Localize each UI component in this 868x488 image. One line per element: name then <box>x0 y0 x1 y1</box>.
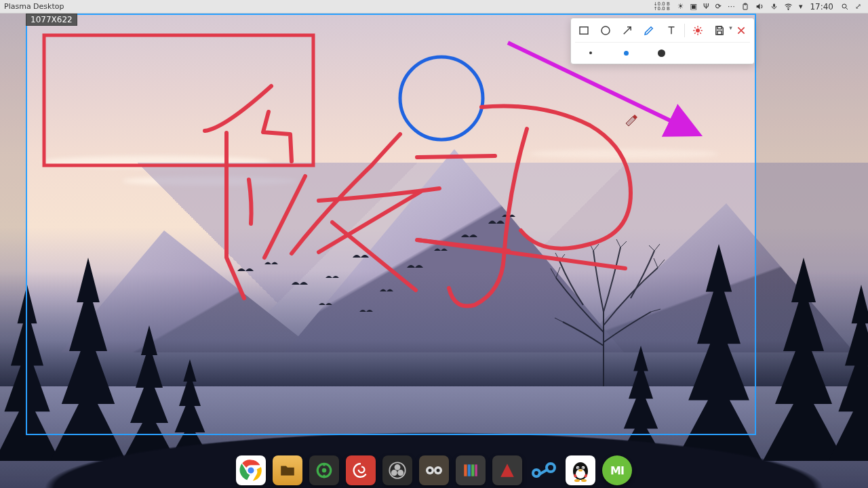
svg-rect-23 <box>464 464 467 476</box>
clipboard-icon[interactable] <box>741 3 749 11</box>
app-netease-music[interactable] <box>346 455 376 485</box>
sync-icon[interactable]: ⟳ <box>715 2 722 11</box>
svg-point-14 <box>322 468 327 473</box>
app-xiaomi[interactable]: MI <box>602 455 632 485</box>
svg-rect-24 <box>468 464 471 476</box>
size-small[interactable] <box>582 44 599 62</box>
expand-icon[interactable]: ⤢ <box>855 2 861 11</box>
svg-point-6 <box>601 26 610 35</box>
app-gimp[interactable] <box>419 455 449 485</box>
app-kdenlive[interactable] <box>456 455 486 485</box>
svg-point-18 <box>398 470 403 475</box>
tool-color[interactable] <box>689 22 707 39</box>
wifi-icon[interactable] <box>784 2 793 11</box>
svg-point-4 <box>842 4 846 8</box>
app-qq[interactable] <box>566 455 595 485</box>
tool-circle[interactable] <box>597 22 614 39</box>
svg-point-33 <box>578 468 579 469</box>
svg-rect-2 <box>773 3 775 7</box>
app-steam[interactable] <box>529 455 559 485</box>
svg-rect-8 <box>717 26 722 29</box>
svg-point-17 <box>392 470 397 475</box>
tool-arrow[interactable] <box>618 22 636 39</box>
picture-icon[interactable]: ▣ <box>690 2 697 11</box>
tool-text[interactable] <box>663 22 680 39</box>
svg-rect-5 <box>580 27 588 35</box>
annotation-toolbar: ▾ <box>570 18 755 64</box>
svg-point-12 <box>247 466 254 474</box>
volume-icon[interactable] <box>755 2 764 11</box>
app-files[interactable] <box>273 455 302 485</box>
tool-rectangle[interactable] <box>575 22 593 39</box>
svg-rect-26 <box>475 464 477 476</box>
clock[interactable]: 17:40 <box>810 2 833 12</box>
top-panel: Plasma Desktop ↓ 0.0 B ↑ 0.0 B ☀ ▣ Ψ ⟳ ⋯… <box>0 0 868 14</box>
close-button[interactable] <box>732 22 750 39</box>
tool-pencil[interactable] <box>640 22 658 39</box>
dock: MI <box>226 451 642 488</box>
svg-point-37 <box>581 479 587 482</box>
svg-point-36 <box>574 479 580 482</box>
selection-size-badge: 1077X622 <box>26 14 77 26</box>
chevron-down-icon[interactable]: ▾ <box>799 2 803 11</box>
svg-point-7 <box>696 28 700 33</box>
system-tray: ↓ 0.0 B ↑ 0.0 B ☀ ▣ Ψ ⟳ ⋯ ▾ 17:40 ⤢ <box>654 2 868 12</box>
app-settings[interactable] <box>309 455 339 485</box>
size-large[interactable] <box>652 44 670 62</box>
mic-icon[interactable] <box>770 3 778 10</box>
svg-rect-25 <box>471 464 474 476</box>
svg-point-34 <box>583 468 584 469</box>
svg-rect-9 <box>717 31 722 35</box>
app-obs[interactable] <box>382 455 412 485</box>
psi-icon[interactable]: Ψ <box>703 2 709 11</box>
svg-point-22 <box>437 469 440 472</box>
net-speed: ↓ 0.0 B ↑ 0.0 B <box>654 2 670 12</box>
window-title: Plasma Desktop <box>0 2 64 11</box>
ellipsis-icon[interactable]: ⋯ <box>728 2 735 11</box>
app-ardour[interactable] <box>492 455 522 485</box>
svg-point-21 <box>429 469 432 472</box>
capture-selection[interactable]: 1077X622 <box>26 14 756 435</box>
svg-point-35 <box>578 470 583 472</box>
svg-point-16 <box>395 465 400 470</box>
size-medium[interactable] <box>617 44 635 62</box>
tool-save[interactable]: ▾ <box>711 22 728 39</box>
brightness-icon[interactable]: ☀ <box>677 2 684 11</box>
search-icon[interactable] <box>841 3 849 11</box>
svg-point-3 <box>788 9 789 9</box>
app-chrome[interactable] <box>236 455 266 485</box>
